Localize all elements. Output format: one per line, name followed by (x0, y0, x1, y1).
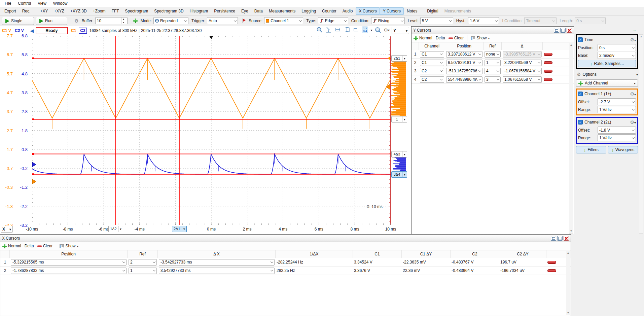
x-cursor-handle-2[interactable]: 2Δ1 (172, 226, 187, 232)
y-ref-select[interactable]: 3 (485, 76, 501, 83)
x-cursor-handle-1[interactable]: 1Δ2 (108, 226, 123, 232)
y-delta-select[interactable]: -1.0676156584 V (503, 68, 542, 74)
width-measure-icon[interactable] (334, 27, 341, 33)
channel2-range-select[interactable]: 1 V/div (598, 134, 636, 141)
y-cursors-scrollbar[interactable]: ▲▼ (569, 43, 573, 234)
y-cursors-restore-button[interactable] (554, 28, 559, 33)
rate-samples-button[interactable]: Rate, Samples... (578, 60, 636, 67)
tab-audio[interactable]: Audio (339, 7, 356, 15)
x-clear-button[interactable]: Clear (37, 244, 53, 248)
y-axis-selector[interactable]: Y (392, 27, 409, 34)
grid-layout-button[interactable]: 1 23 4 (362, 27, 368, 33)
tab-rec-[interactable]: Rec. (19, 7, 34, 15)
tab-counter[interactable]: Counter (319, 7, 339, 15)
hyst-select[interactable]: 1.6 V (468, 17, 499, 24)
x-delta-select[interactable]: 3.542927733 ms (159, 268, 275, 274)
x-add-normal-button[interactable]: Normal (2, 244, 21, 248)
tab-data[interactable]: Data (251, 7, 266, 15)
y-channel-select[interactable]: C2 (420, 76, 444, 83)
tab-y-cursors[interactable]: Y Cursors (380, 7, 404, 15)
y-cursor-caret-icon[interactable] (402, 151, 407, 157)
menu-control[interactable]: Control (14, 0, 34, 6)
config-scrollbar[interactable]: ▲ (639, 34, 643, 234)
buffer-gear-icon[interactable] (74, 18, 79, 24)
remove-cursor-button[interactable] (544, 53, 552, 56)
x-show-menu[interactable]: Show (60, 244, 78, 248)
x-ref-select[interactable]: 2 (129, 259, 157, 266)
level-select[interactable]: 5 V (420, 17, 453, 24)
y-position-select[interactable]: 554.4483986 mV (446, 76, 482, 83)
grid-layout-caret-icon[interactable] (370, 28, 372, 32)
waveform-plot[interactable]: X: 10 ms (32, 36, 391, 225)
tab-histogram[interactable]: Histogram (187, 7, 211, 15)
x-cursor-caret-icon[interactable] (118, 226, 123, 232)
y-add-delta-button[interactable]: Delta (436, 36, 445, 40)
channel1-gear-button[interactable] (630, 91, 636, 97)
tab--xyz-3d[interactable]: +XYZ 3D (67, 7, 90, 15)
remove-cursor-button[interactable] (544, 70, 552, 73)
run-button[interactable]: Run (36, 17, 67, 25)
tab-measurements[interactable]: Measurements (266, 7, 298, 15)
buffer-spin-arrows[interactable]: ▲▼ (121, 17, 126, 24)
mode-plus-icon[interactable] (133, 19, 138, 23)
channel2-gear-button[interactable] (630, 119, 636, 125)
time-checkbox[interactable] (578, 37, 583, 42)
single-button[interactable]: Single (2, 17, 34, 25)
y-position-select[interactable]: -513.167259786 mV (446, 68, 482, 74)
y-cursors-maximize-button[interactable] (560, 28, 566, 33)
x-delta-select[interactable]: -3.542927733 ms (159, 259, 275, 266)
menu-window[interactable]: Window (50, 0, 71, 6)
plot-settings-gear[interactable] (384, 27, 390, 33)
y-position-select[interactable]: 3.287188612 V (446, 51, 482, 58)
y-ref-select[interactable]: 1 (485, 60, 501, 66)
source-select[interactable]: Channel 1 (264, 17, 303, 24)
x-cursors-restore-button[interactable] (551, 236, 556, 241)
channel2-checkbox[interactable] (578, 120, 583, 125)
y-channel-select[interactable]: C2 (420, 68, 444, 74)
x-position-select[interactable]: -1.786287832 ms (11, 268, 127, 274)
y-show-menu[interactable]: Show (471, 36, 490, 40)
tab-spectrogram[interactable]: Spectrogram (122, 7, 151, 15)
remove-cursor-button[interactable] (544, 61, 552, 64)
edge-measure-icon[interactable] (353, 27, 359, 33)
trigger-select[interactable]: Auto (207, 17, 238, 24)
channel1-offset-select[interactable]: -2.7 V (598, 98, 636, 105)
zoom-one-icon[interactable]: 1 (316, 27, 323, 33)
tab-measurements[interactable]: Measurements (441, 7, 474, 15)
channel1-range-select[interactable]: 1 V/div (598, 106, 636, 113)
x-add-delta-button[interactable]: Delta (25, 244, 34, 248)
wavegens-button[interactable]: Wavegens (608, 146, 638, 153)
remove-cursor-button[interactable] (547, 269, 556, 272)
y-cursor-caret-icon[interactable] (402, 116, 407, 122)
time-gear-button[interactable] (630, 37, 636, 42)
tab--xyz[interactable]: +XYZ (51, 7, 67, 15)
options-menu[interactable]: Options (577, 71, 638, 78)
tab-persistence[interactable]: Persistence (211, 7, 238, 15)
x-cursors-close-button[interactable] (564, 236, 569, 241)
x-ref-select[interactable]: 1 (129, 268, 157, 274)
y-channel-select[interactable]: C1 (420, 60, 444, 66)
tab-fft[interactable]: FFT (108, 7, 122, 15)
pointer-measure-icon[interactable] (325, 27, 332, 33)
tab--zoom[interactable]: +Zoom (90, 7, 109, 15)
x-axis-selector[interactable]: X (1, 226, 13, 233)
tab-eye[interactable]: Eye (238, 7, 251, 15)
time-base-select[interactable]: 2 ms/div (598, 52, 636, 59)
y-cursor-handle-2[interactable]: 1 (391, 116, 407, 122)
remove-cursor-button[interactable] (544, 78, 552, 81)
channel2-offset-select[interactable]: -1.8 V (598, 127, 636, 134)
filters-button[interactable]: Filters (576, 146, 606, 153)
y-cursors-close-button[interactable] (567, 28, 572, 33)
type-select[interactable]: Edge (318, 17, 348, 24)
time-position-select[interactable]: 0 s (598, 44, 636, 51)
y-cursor-handle-1[interactable]: 2Δ1 (391, 55, 407, 62)
y-cursor-handle-3[interactable]: 4Δ3 (391, 151, 407, 157)
tab-x-cursors[interactable]: X Cursors (356, 7, 380, 15)
y-channel-select[interactable]: C1 (420, 51, 444, 58)
y-cursor-caret-icon[interactable] (402, 171, 407, 178)
zoom-fit-icon[interactable] (374, 27, 381, 33)
x-cursors-scrollbar[interactable]: ▲▼ (566, 251, 570, 315)
y-position-select[interactable]: 6.507829181 V (446, 60, 482, 66)
menu-view[interactable]: View (34, 0, 50, 6)
x-cursor-caret-icon[interactable] (182, 226, 187, 232)
